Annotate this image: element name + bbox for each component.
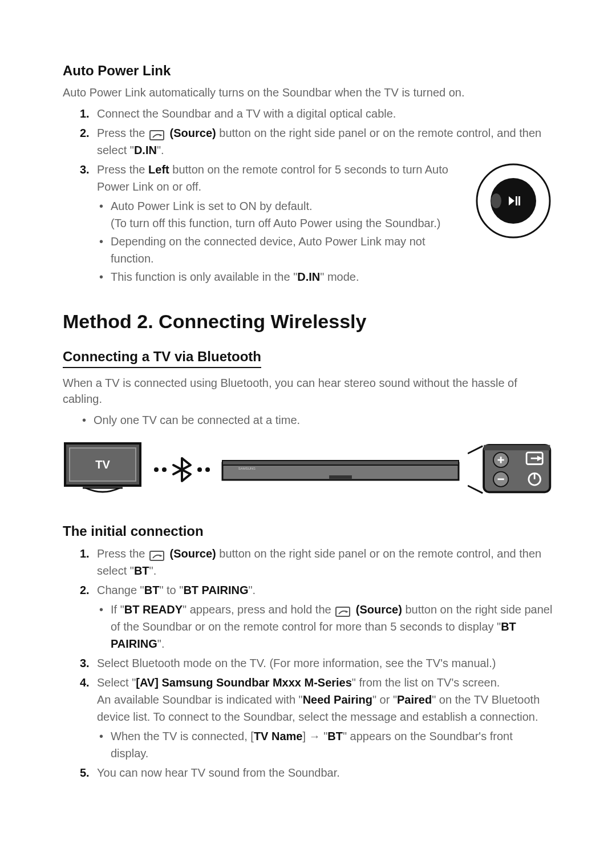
bullet-item: When the TV is connected, [TV Name] → "B… [97, 728, 553, 762]
step-text: " or " [372, 693, 397, 706]
bt-ready-label: BT READY [124, 603, 183, 616]
bt-label: BT [144, 584, 160, 596]
step-text: " from the list on TV's screen. [352, 676, 500, 689]
svg-rect-16 [329, 475, 352, 479]
step-1: 1. Connect the Soundbar and a TV with a … [80, 105, 553, 122]
tv-label: TV [95, 458, 110, 471]
svg-line-19 [468, 486, 483, 493]
step-text: ". [149, 564, 157, 577]
svg-point-10 [154, 467, 159, 472]
bullet-text: ". [157, 637, 165, 650]
paired-label: Paired [397, 693, 432, 706]
step-text: Press the [97, 163, 148, 176]
bullet-text: " mode. [320, 270, 359, 283]
step-text: " to " [159, 584, 183, 596]
auto-power-link-title: Auto Power Link [63, 63, 553, 79]
step-number: 3. [80, 655, 90, 672]
bullet-text: This function is only available in the " [111, 270, 297, 283]
step-text: Change " [97, 584, 144, 596]
bullet-text: When the TV is connected, [ [111, 730, 254, 742]
left-label: Left [148, 163, 169, 176]
connection-diagram: TV SAMSUNG [63, 441, 553, 498]
soundbar-icon: SAMSUNG [221, 453, 460, 487]
step-2: 2. Press the (Source) button on the righ… [80, 124, 553, 159]
step-number: 2. [80, 581, 90, 599]
bt-label: BT [327, 730, 343, 742]
step-3: 3. Press the Left button on the remote c… [80, 161, 553, 286]
step-text: Select Bluetooth mode on the TV. (For mo… [97, 657, 496, 669]
bullet-item: Only one TV can be connected at a time. [80, 411, 553, 429]
step-text: ". [248, 584, 256, 596]
device-name-label: [AV] Samsung Soundbar Mxxx M-Series [136, 676, 352, 689]
svg-rect-15 [222, 461, 459, 465]
step-number: 2. [80, 124, 90, 142]
tv-name-label: TV Name [254, 730, 303, 742]
svg-point-11 [162, 467, 167, 472]
step-number: 1. [80, 105, 90, 122]
source-label: (Source) [170, 547, 216, 560]
din-label: D.IN [297, 270, 320, 283]
step-text: You can now hear TV sound from the Sound… [97, 766, 340, 779]
connecting-bluetooth-title: Connecting a TV via Bluetooth [63, 349, 261, 368]
volume-down-button [493, 472, 508, 487]
bullet-text: (To turn off this function, turn off Aut… [111, 217, 441, 229]
step-number: 3. [80, 161, 90, 178]
step-number: 5. [80, 764, 90, 781]
step-number: 4. [80, 674, 90, 691]
bullet-item: Auto Power Link is set to ON by default.… [97, 197, 553, 232]
source-label: (Source) [170, 127, 216, 139]
svg-line-18 [468, 446, 483, 454]
need-pairing-label: Need Pairing [303, 693, 372, 706]
step-5: 5. You can now hear TV sound from the So… [80, 764, 553, 781]
source-icon [149, 549, 165, 560]
bullet-text: Auto Power Link is set to ON by default. [111, 200, 313, 212]
svg-point-13 [205, 467, 210, 472]
soundbar-side-panel [468, 443, 553, 496]
bluetooth-intro: When a TV is connected using Bluetooth, … [63, 375, 553, 407]
bluetooth-icon [151, 455, 213, 484]
source-icon [149, 128, 165, 140]
step-text: Press the [97, 127, 148, 139]
svg-text:SAMSUNG: SAMSUNG [238, 467, 256, 470]
step-number: 1. [80, 545, 90, 562]
step-2: 2. Change "BT" to "BT PAIRING". If "BT R… [80, 581, 553, 652]
bullet-text: " appears, press and hold the [183, 603, 334, 616]
step-text: Select " [97, 676, 136, 689]
method-2-title: Method 2. Connecting Wirelessly [63, 310, 553, 333]
din-label: D.IN [134, 144, 157, 156]
bullet-item: This function is only available in the "… [97, 268, 553, 285]
bullet-text: ] → " [302, 730, 327, 742]
bt-label: BT [134, 564, 149, 577]
bullet-text: If " [111, 603, 124, 616]
step-text: ". [157, 144, 164, 156]
step-1: 1. Press the (Source) button on the righ… [80, 545, 553, 579]
step-4: 4. Select "[AV] Samsung Soundbar Mxxx M-… [80, 674, 553, 762]
bullet-item: If "BT READY" appears, press and hold th… [97, 601, 553, 652]
svg-rect-21 [484, 445, 550, 450]
step-text: An available Soundbar is indicated with … [97, 693, 303, 706]
auto-power-link-intro: Auto Power Link automatically turns on t… [63, 84, 553, 100]
step-text: Press the [97, 547, 148, 560]
tv-icon: TV [63, 441, 143, 498]
source-icon [335, 605, 351, 616]
volume-up-button [493, 453, 508, 467]
step-text: Connect the Soundbar and a TV with a dig… [97, 107, 396, 120]
bt-pairing-label: BT PAIRING [183, 584, 248, 596]
step-3: 3. Select Bluetooth mode on the TV. (For… [80, 655, 553, 672]
svg-point-12 [197, 467, 202, 472]
bullet-item: Depending on the connected device, Auto … [97, 233, 553, 267]
initial-connection-title: The initial connection [63, 523, 553, 539]
source-label: (Source) [356, 603, 402, 616]
